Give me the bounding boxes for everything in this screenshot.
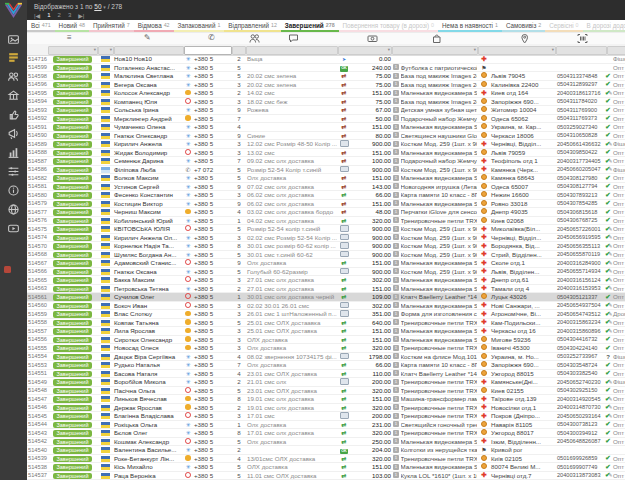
order-row[interactable]: 514553ЗавершенийРудько Наталья✳+380 57Ол…: [27, 361, 625, 370]
order-row[interactable]: 514591ЗавершенийЧумаченко Олена✳+380 54⇄…: [27, 123, 625, 132]
order-row[interactable]: 514549ЗавершенийВоробйов Микола✳+380 522…: [27, 378, 625, 387]
money-icon[interactable]: [367, 33, 378, 44]
tab-Сервісні[interactable]: Сервісні0: [545, 20, 582, 32]
filter-phone-input[interactable]: [184, 46, 232, 55]
order-row[interactable]: 514586ЗавершенийФіліпова Люба✆+7 0725Роз…: [27, 166, 625, 175]
hand-icon[interactable]: [7, 108, 20, 121]
orders-list-icon[interactable]: [7, 51, 20, 64]
tab-Новий[interactable]: Новий48: [55, 20, 89, 32]
order-row[interactable]: 514555ЗавершенийНовосад Олеся+380 53Олх …: [27, 344, 625, 353]
dashboard-icon[interactable]: [7, 33, 20, 46]
order-row[interactable]: 514538ЗавершенийКісь Михайло✳+380 55ОЛХ …: [27, 463, 625, 472]
order-row[interactable]: 514568ЗавершенийШумляс Богдана Ан...✳+38…: [27, 251, 625, 260]
filter-comment-input[interactable]: [246, 46, 338, 55]
page-number[interactable]: 1: [47, 12, 50, 19]
filter-status-input[interactable]: ▾: [48, 46, 98, 55]
order-row[interactable]: 514548ЗавершенийПасічна Ольга+380 5523.0…: [27, 387, 625, 396]
order-row[interactable]: 514563ЗавершенийПетровська Тетяна✳+380 5…: [27, 285, 625, 294]
filter-price-input[interactable]: ▾: [338, 46, 392, 55]
location-pin-icon[interactable]: [519, 33, 530, 44]
order-row[interactable]: 514537ЗавершенийРаца Вероніка+380 5511.0…: [27, 472, 625, 480]
order-row[interactable]: 514596ЗавершенийВегера Оксана✳+380 5320.…: [27, 81, 625, 90]
order-row[interactable]: 514590ЗавершенийГнатюк Олександр✳+380 59…: [27, 132, 625, 141]
filter-name-input[interactable]: [114, 46, 184, 55]
page-number[interactable]: 3: [68, 12, 71, 19]
filter-qty-input[interactable]: [232, 46, 246, 55]
filter-flag-input[interactable]: ▾: [98, 46, 114, 55]
order-row[interactable]: 514589ЗавершенийКирилич Анжела✳+380 5312…: [27, 140, 625, 149]
statistics-icon[interactable]: [7, 146, 20, 159]
order-row[interactable]: 514580ЗавершенийФесенко Константин✳+380 …: [27, 191, 625, 200]
megaphone-icon[interactable]: [7, 127, 20, 140]
order-row[interactable]: 514561ЗавершенийСучилов Олег+380 5130.01…: [27, 293, 625, 302]
order-row[interactable]: 514558ЗавершенийКовпак Татьяна+380 5525.…: [27, 319, 625, 328]
order-row[interactable]: 514560ЗавершенийБокоч Иван+380 5302.02 3…: [27, 302, 625, 311]
order-row[interactable]: 514574ЗавершенийКирилич Анжела Ол...✳+38…: [27, 234, 625, 243]
order-row[interactable]: 514554ЗавершенийДацюк Віра Сергіївна✳+38…: [27, 353, 625, 362]
video-icon[interactable]: [7, 222, 20, 235]
order-row[interactable]: 514556ЗавершенийСиротюк Олександр+380 53…: [27, 336, 625, 345]
order-row[interactable]: 514577ЗавершенийЧерниш Максим+380 5403.0…: [27, 208, 625, 217]
order-row[interactable]: 514598ЗавершенийМалютина Светлана✳+380 5…: [27, 72, 625, 81]
order-row[interactable]: 514588ЗавершенийЖидак Володимир+380 5313…: [27, 149, 625, 158]
order-row[interactable]: 514544ЗавершенийРокіцька Ольга✳+380 51Ол…: [27, 421, 625, 430]
tab-Відправлений[interactable]: Відправлений12: [224, 20, 280, 32]
clients-icon[interactable]: [7, 70, 20, 83]
order-row[interactable]: 514545ЗавершенийБлагінна Владіслава+380 …: [27, 412, 625, 421]
order-row[interactable]: 514593ЗавершенийСольська Ірина✳+380 59Ро…: [27, 106, 625, 115]
phone-handset-icon[interactable]: ✆: [208, 33, 215, 43]
barcode-icon[interactable]: [577, 33, 588, 44]
filter-tag-input[interactable]: [607, 46, 625, 55]
app-logo-icon[interactable]: [3, 2, 24, 19]
page-size-dropdown[interactable]: 50: [94, 3, 101, 10]
product-bag-icon[interactable]: [431, 33, 442, 44]
order-row[interactable]: 514547ЗавершенийЛиньков Вячеслав+380 581…: [27, 395, 625, 404]
tab-Всі[interactable]: Всі471: [27, 20, 55, 32]
order-row[interactable]: 514587ЗавершенийСеменюк Дарина✳+380 5709…: [27, 157, 625, 166]
first-page-icon[interactable]: |◀: [34, 12, 40, 19]
comment-bubble-icon[interactable]: [288, 33, 299, 44]
people-icon[interactable]: [249, 33, 260, 44]
filter-tracking-input[interactable]: [556, 46, 607, 55]
tab-Повернення товару (в дорозі)[interactable]: Повернення товару (в дорозі)0: [339, 20, 438, 32]
order-row[interactable]: 514599ЗавершенийПоталенко Анастас...✳+38…: [27, 64, 625, 73]
order-row[interactable]: 514540ЗавершенийВалентина Василье...✳+38…: [27, 446, 625, 455]
filter-product-input[interactable]: ▾: [392, 46, 478, 55]
order-row[interactable]: 514594ЗавершенийКомпанец Юля+380 5318.02…: [27, 98, 625, 107]
order-row[interactable]: 514579ЗавершенийКостицин Виктор✳+380 590…: [27, 200, 625, 209]
order-row[interactable]: 514592ЗавершенийМерклингер Андрей+380 57…: [27, 115, 625, 124]
order-row[interactable]: 514576ЗавершенийКобилинський Юрий✳+380 5…: [27, 217, 625, 226]
order-row[interactable]: 514543ЗавершенийБєлов Олег✳+380 5817.01 …: [27, 429, 625, 438]
order-row[interactable]: 514716ЗавершенийНов10 Нов10✳+380 52Выца➤…: [27, 55, 625, 64]
notification-badge[interactable]: [4, 266, 11, 273]
order-row[interactable]: 514582ЗавершенийВолков Максим✳+380 55Олх…: [27, 174, 625, 183]
tab-Самовивіз[interactable]: Самовивіз2: [502, 20, 545, 32]
tab-В дорозі додому[interactable]: В дорозі додому: [583, 20, 625, 32]
tab-Прийнятий[interactable]: Прийнятий7: [89, 20, 134, 32]
tab-Нема в наявності[interactable]: Нема в наявності1: [438, 20, 502, 32]
order-row[interactable]: 514581ЗавершенийУстинов Сергей✳+380 5907…: [27, 183, 625, 192]
info-icon[interactable]: [7, 184, 20, 197]
order-row[interactable]: 514559ЗавершенийВлас Слотюу+380 5326.01 …: [27, 310, 625, 319]
tab-Відмова[interactable]: Відмова42: [134, 20, 174, 32]
network-icon[interactable]: [7, 203, 20, 216]
tab-Запакований[interactable]: Запакований1: [174, 20, 225, 32]
pencil-icon[interactable]: ✎: [144, 33, 151, 43]
bank-icon[interactable]: [7, 89, 20, 102]
order-row[interactable]: 514575ЗавершенийКВІТОВСЬКА ЮЛІЯ+380 55Ро…: [27, 225, 625, 234]
order-row[interactable]: 514551ЗавершенийБасова Наталя✳+380 5423.…: [27, 370, 625, 379]
page-number[interactable]: 2: [58, 12, 61, 19]
order-row[interactable]: 514595ЗавершенийКолосок Александр+380 52…: [27, 89, 625, 98]
order-row[interactable]: 514539ЗавершенийРоке-Бетанкурт Лін...+38…: [27, 455, 625, 464]
order-row[interactable]: 514566ЗавершенийГнатюк Оксана✳+380 55Гол…: [27, 268, 625, 277]
sliders-icon[interactable]: [7, 165, 20, 178]
order-row[interactable]: 514565ЗавершенийБакка Максим+380 5327.01…: [27, 276, 625, 285]
last-page-icon[interactable]: ▶|: [78, 12, 84, 19]
tab-Завершений[interactable]: Завершений278: [281, 20, 339, 32]
filter-city-input[interactable]: ▾: [478, 46, 556, 55]
order-row[interactable]: 514542ЗавершенийКошмак Александр+380 55О…: [27, 438, 625, 447]
order-row[interactable]: 514570ЗавершенийКорнелюк Надія Та...✳+38…: [27, 242, 625, 251]
order-row[interactable]: 514546ЗавершенийДержак Ярослав+380 5219.…: [27, 404, 625, 413]
order-row[interactable]: 514567ЗавершенийАдамовский Станис...+380…: [27, 259, 625, 268]
status-list-icon[interactable]: ≡: [67, 33, 72, 43]
